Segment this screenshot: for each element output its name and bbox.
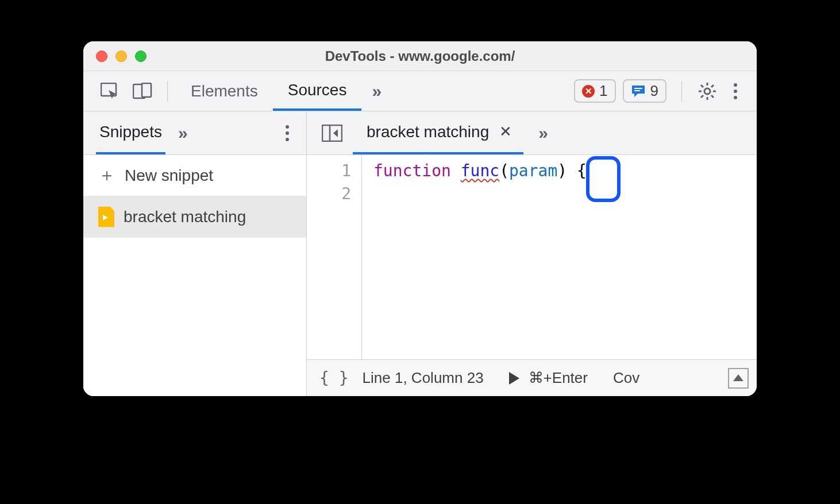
- token-keyword: function: [373, 161, 451, 180]
- separator: [681, 81, 682, 102]
- chat-icon: [631, 85, 646, 98]
- svg-line-13: [711, 85, 714, 87]
- tabs-overflow-icon[interactable]: »: [361, 82, 392, 101]
- snippet-item-label: bracket matching: [124, 208, 246, 226]
- token-space: [567, 161, 577, 180]
- token-brace: {: [577, 161, 587, 180]
- sidebar-more-icon[interactable]: [279, 124, 296, 142]
- error-badge[interactable]: ✕ 1: [574, 79, 615, 103]
- expand-drawer-icon[interactable]: [728, 368, 749, 389]
- inspect-element-icon[interactable]: [94, 83, 126, 100]
- line-number: 1: [307, 160, 351, 183]
- file-tabs: bracket matching ✕ »: [307, 111, 757, 155]
- plus-icon: ＋: [98, 164, 115, 187]
- devtools-window: DevTools - www.google.com/ Elements Sour…: [83, 41, 757, 396]
- new-snippet-label: New snippet: [125, 166, 213, 185]
- settings-icon[interactable]: [690, 82, 725, 100]
- svg-point-5: [704, 88, 710, 94]
- error-icon: ✕: [582, 85, 595, 98]
- svg-line-12: [701, 95, 703, 98]
- svg-line-11: [711, 95, 714, 98]
- new-snippet-button[interactable]: ＋ New snippet: [83, 155, 306, 196]
- svg-rect-20: [322, 125, 342, 141]
- file-tab-active[interactable]: bracket matching ✕: [353, 111, 523, 154]
- svg-line-10: [701, 85, 703, 87]
- error-count: 1: [599, 82, 607, 100]
- close-icon[interactable]: ✕: [499, 123, 512, 141]
- snippet-item[interactable]: bracket matching: [83, 196, 306, 238]
- navigator-toggle-icon[interactable]: [316, 125, 348, 142]
- tab-elements[interactable]: Elements: [176, 71, 273, 111]
- snippet-file-icon: [98, 207, 114, 227]
- token-paren: (: [499, 161, 509, 180]
- file-tab-label: bracket matching: [367, 123, 489, 141]
- file-tabs-overflow-icon[interactable]: »: [528, 123, 558, 143]
- coverage-label[interactable]: Cov: [613, 369, 639, 387]
- titlebar: DevTools - www.google.com/: [83, 41, 757, 71]
- sidebar-tabs-overflow-icon[interactable]: »: [165, 123, 201, 143]
- svg-point-19: [286, 138, 289, 141]
- status-bar: { } Line 1, Column 23 ⌘+Enter Cov: [307, 359, 757, 396]
- token-paren: ): [557, 161, 567, 180]
- code-content[interactable]: function func(param) {: [362, 155, 587, 359]
- cursor-position: Line 1, Column 23: [363, 369, 484, 387]
- separator: [167, 81, 168, 102]
- more-menu-icon[interactable]: [725, 82, 746, 100]
- code-editor[interactable]: 1 2 function func(param) {: [307, 155, 757, 359]
- message-count: 9: [650, 82, 658, 100]
- sidebar-tab-snippets[interactable]: Snippets: [96, 111, 165, 154]
- svg-point-15: [734, 90, 737, 93]
- window-title: DevTools - www.google.com/: [83, 48, 757, 64]
- svg-point-18: [286, 131, 289, 135]
- editor-panel: bracket matching ✕ » 1 2 function func(p…: [307, 111, 757, 396]
- token-function-name: func: [461, 161, 499, 180]
- svg-rect-2: [142, 83, 151, 97]
- run-shortcut-label: ⌘+Enter: [529, 369, 588, 387]
- run-icon[interactable]: [509, 372, 519, 385]
- svg-point-14: [734, 83, 737, 87]
- messages-badge[interactable]: 9: [623, 79, 666, 103]
- token-param: param: [509, 161, 557, 180]
- annotation-highlight: [586, 156, 621, 202]
- sidebar: Snippets » ＋ New snippet bracket matchin…: [83, 111, 307, 396]
- svg-point-16: [734, 96, 737, 99]
- sidebar-empty: [83, 238, 306, 396]
- tab-sources[interactable]: Sources: [273, 71, 362, 111]
- panel-body: Snippets » ＋ New snippet bracket matchin…: [83, 111, 757, 396]
- svg-point-17: [286, 125, 289, 129]
- line-gutter: 1 2: [307, 155, 362, 359]
- device-toolbar-icon[interactable]: [126, 83, 159, 100]
- pretty-print-icon[interactable]: { }: [315, 369, 353, 387]
- sidebar-header: Snippets »: [83, 111, 306, 155]
- line-number: 2: [307, 183, 351, 206]
- main-toolbar: Elements Sources » ✕ 1 9: [83, 71, 757, 111]
- code-line: function func(param) {: [373, 160, 587, 183]
